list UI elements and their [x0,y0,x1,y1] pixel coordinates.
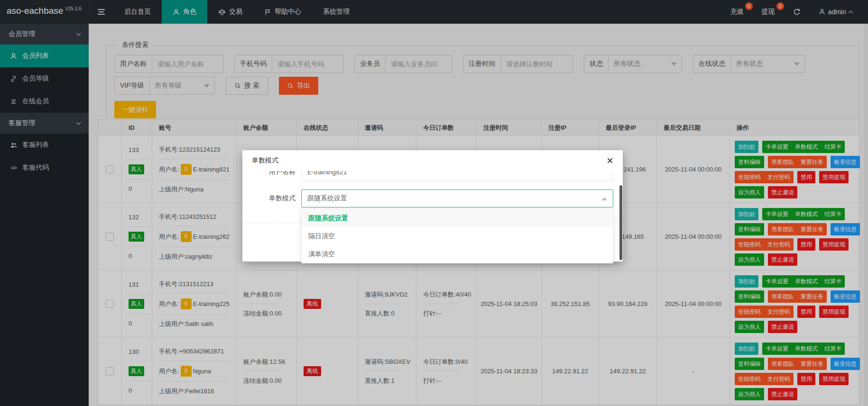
dropdown-option[interactable]: 满单清空 [302,245,613,263]
dropdown-option[interactable]: 跟随系统设置 [302,209,613,227]
modal-title: 单数模式 [252,156,278,165]
modal-mode-label: 单数模式 [252,194,295,203]
order-mode-modal: 单数模式 × 用户名称 单数模式 跟随系统设置 跟随系统设置 隔日清空 满单清空 [242,150,623,262]
modal-scrollbar[interactable] [619,185,622,260]
close-icon[interactable]: × [607,155,613,166]
modal-header: 单数模式 × [242,150,623,171]
caret-up-icon [601,197,607,200]
modal-mode-row: 单数模式 跟随系统设置 跟随系统设置 隔日清空 满单清空 [242,185,623,212]
order-mode-dropdown: 跟随系统设置 隔日清空 满单清空 [301,208,613,263]
order-mode-select[interactable]: 跟随系统设置 [301,189,613,208]
order-mode-select-value: 跟随系统设置 [307,194,347,203]
dropdown-option[interactable]: 隔日清空 [302,227,613,245]
